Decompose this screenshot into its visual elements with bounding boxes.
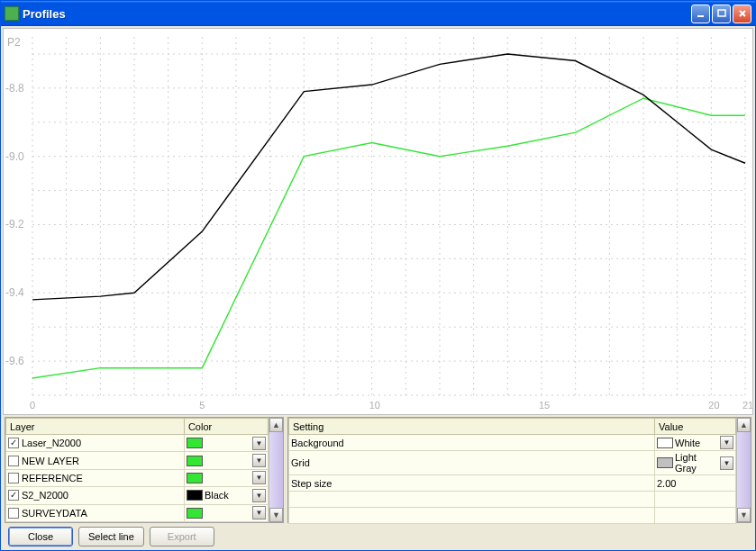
svg-text:5: 5 [199, 400, 205, 411]
color-combo[interactable]: ▼ [187, 454, 266, 467]
scroll-up-button[interactable]: ▲ [269, 418, 283, 432]
settings-header-value[interactable]: Value [655, 419, 736, 435]
minimize-icon [697, 9, 706, 18]
layer-table: Layer Color ✓ Laser_N2000 ▼ [5, 418, 269, 522]
layer-name: REFERENCE [22, 473, 83, 483]
color-combo[interactable]: Black ▼ [187, 489, 266, 502]
svg-text:20: 20 [708, 400, 719, 411]
layer-header-layer[interactable]: Layer [6, 419, 185, 435]
color-swatch [187, 490, 203, 501]
color-swatch [187, 438, 203, 448]
setting-value[interactable]: 2.00 [657, 478, 676, 489]
setting-value: White [673, 438, 720, 448]
svg-text:-9.2: -9.2 [5, 218, 24, 230]
setting-name: Step size [289, 475, 655, 492]
layer-checkbox[interactable] [8, 508, 19, 519]
setting-value-combo[interactable]: White ▼ [657, 436, 733, 449]
window-controls [691, 5, 751, 23]
scroll-up-button[interactable]: ▲ [737, 418, 751, 432]
app-icon [5, 6, 19, 21]
svg-text:21: 21 [742, 400, 752, 411]
scroll-track[interactable] [737, 432, 751, 508]
color-name: Black [203, 490, 252, 501]
bottom-toolbar: Close Select line Export [1, 523, 755, 550]
layer-panel: Layer Color ✓ Laser_N2000 ▼ [5, 417, 284, 523]
layer-row[interactable]: SURVEYDATA ▼ [6, 504, 269, 521]
setting-name: Background [289, 435, 655, 451]
close-button[interactable]: Close [8, 527, 73, 546]
minimize-button[interactable] [691, 5, 710, 23]
svg-text:-9.0: -9.0 [5, 150, 24, 163]
select-line-button[interactable]: Select line [78, 527, 144, 546]
profiles-window: Profiles -8.8-9.0-9.2-9.4-9.60510152021P… [0, 0, 756, 551]
chevron-down-icon[interactable]: ▼ [252, 437, 266, 450]
svg-text:-9.6: -9.6 [5, 355, 24, 367]
layer-checkbox[interactable] [8, 456, 19, 466]
layer-row[interactable]: ✓ S2_N2000 Black ▼ [6, 487, 269, 504]
svg-text:-9.4: -9.4 [5, 286, 24, 299]
layer-row[interactable]: ✓ Laser_N2000 ▼ [6, 435, 269, 452]
layer-row[interactable]: REFERENCE ▼ [6, 469, 269, 486]
svg-rect-0 [697, 15, 704, 17]
settings-header-setting[interactable]: Setting [289, 419, 655, 435]
chevron-down-icon[interactable]: ▼ [252, 489, 266, 502]
color-swatch [657, 438, 673, 448]
layer-name: S2_N2000 [22, 490, 68, 501]
settings-row-empty [289, 492, 736, 508]
settings-scrollbar[interactable]: ▲ ▼ [736, 418, 751, 522]
chevron-down-icon[interactable]: ▼ [720, 436, 733, 449]
window-title: Profiles [23, 7, 691, 21]
settings-row[interactable]: Step size2.00 [289, 475, 736, 492]
panels-row: Layer Color ✓ Laser_N2000 ▼ [1, 417, 755, 523]
layer-name: Laser_N2000 [22, 438, 81, 448]
close-icon [738, 9, 747, 18]
color-combo[interactable]: ▼ [187, 506, 266, 519]
chevron-down-icon[interactable]: ▼ [252, 506, 266, 519]
settings-row[interactable]: Grid Light Gray ▼ [289, 451, 736, 475]
svg-text:0: 0 [30, 400, 35, 411]
layer-name: SURVEYDATA [22, 508, 87, 519]
chevron-down-icon[interactable]: ▼ [720, 456, 733, 470]
layer-checkbox[interactable] [8, 473, 19, 483]
titlebar[interactable]: Profiles [1, 1, 755, 26]
chart-area[interactable]: -8.8-9.0-9.2-9.4-9.60510152021P2 [3, 28, 753, 415]
settings-table: Setting Value Background White ▼ Grid Li… [288, 418, 736, 524]
color-swatch [187, 508, 203, 519]
color-combo[interactable]: ▼ [187, 471, 266, 484]
maximize-button[interactable] [712, 5, 731, 23]
scroll-down-button[interactable]: ▼ [737, 508, 751, 522]
color-swatch [187, 456, 203, 466]
layer-checkbox[interactable]: ✓ [8, 438, 19, 448]
svg-text:-8.8: -8.8 [5, 82, 24, 95]
settings-row-empty [289, 508, 736, 524]
maximize-icon [717, 9, 726, 18]
layer-name: NEW LAYER [22, 456, 79, 466]
client-area: -8.8-9.0-9.2-9.4-9.60510152021P2 Layer C… [1, 26, 755, 550]
color-swatch [187, 473, 203, 483]
export-button[interactable]: Export [150, 527, 214, 546]
layer-checkbox[interactable]: ✓ [8, 490, 19, 501]
setting-value: Light Gray [673, 452, 720, 474]
svg-text:15: 15 [539, 400, 550, 411]
chevron-down-icon[interactable]: ▼ [252, 454, 266, 467]
svg-rect-1 [718, 10, 725, 16]
svg-text:10: 10 [369, 400, 380, 411]
setting-value-combo[interactable]: Light Gray ▼ [657, 452, 733, 474]
setting-name: Grid [289, 451, 655, 475]
settings-panel: Setting Value Background White ▼ Grid Li… [287, 417, 751, 523]
scroll-down-button[interactable]: ▼ [269, 508, 283, 522]
color-combo[interactable]: ▼ [187, 437, 266, 450]
svg-text:P2: P2 [7, 36, 21, 49]
layer-row[interactable]: NEW LAYER ▼ [6, 452, 269, 469]
scroll-track[interactable] [269, 432, 283, 508]
profile-chart: -8.8-9.0-9.2-9.4-9.60510152021P2 [4, 29, 752, 414]
layer-scrollbar[interactable]: ▲ ▼ [269, 418, 283, 522]
color-swatch [657, 457, 673, 468]
chevron-down-icon[interactable]: ▼ [252, 471, 266, 484]
close-window-button[interactable] [733, 5, 751, 23]
layer-header-color[interactable]: Color [184, 419, 268, 435]
settings-row[interactable]: Background White ▼ [289, 435, 736, 451]
